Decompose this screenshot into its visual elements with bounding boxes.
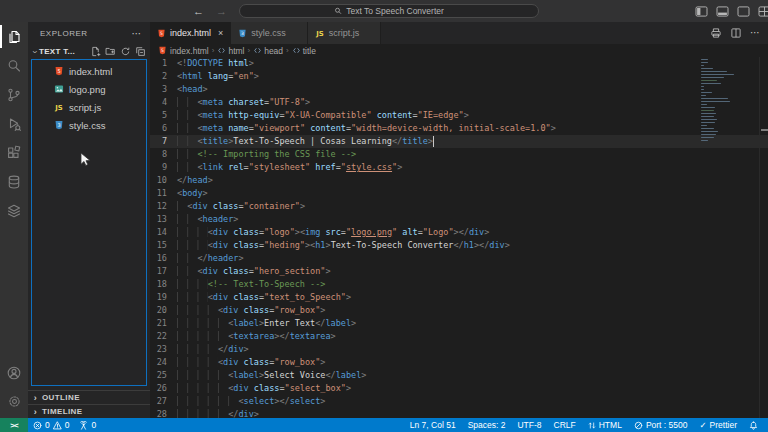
line-number[interactable]: 14 [150,226,177,239]
code-line[interactable]: 17 <div class="hero_section"> [150,265,768,278]
code-line[interactable]: 14 <div class="logo"><img src="logo.png"… [150,226,768,239]
code-line[interactable]: 20 <div class="row_box"> [150,304,768,317]
breadcrumb-title[interactable]: title [292,46,316,56]
code-line[interactable]: 7 <title>Text-To-Speech | Cosas Learning… [150,135,768,148]
code-line[interactable]: 9 <link rel="stylesheet" href="style.css… [150,161,768,174]
code-line[interactable]: 21 <label>Enter Text</label> [150,317,768,330]
refresh-icon[interactable] [120,46,131,57]
collapse-all-icon[interactable] [135,46,146,57]
settings-gear-icon[interactable] [0,387,28,416]
code-line[interactable]: 22 <textarea></textarea> [150,330,768,343]
code-line[interactable]: 8 <!-- Importing the CSS file --> [150,148,768,161]
code-line[interactable]: 27 <select></select> [150,395,768,408]
code-line[interactable]: 16 </header> [150,252,768,265]
tab-index-html[interactable]: 5 index.html × [150,22,231,44]
scrollbar[interactable] [759,57,768,418]
customize-layout-icon[interactable] [758,6,768,17]
layers-icon[interactable] [0,196,28,225]
code-line[interactable]: 13 <header> [150,213,768,226]
line-number[interactable]: 23 [150,343,177,356]
file-style-css[interactable]: 3 style.css [32,116,146,134]
line-number[interactable]: 20 [150,304,177,317]
explorer-icon[interactable] [0,22,28,51]
file-script-js[interactable]: JS script.js [32,98,146,116]
remote-indicator[interactable]: >< [0,418,28,432]
minimap[interactable] [701,59,757,143]
code-editor[interactable]: 1<!DOCTYPE html>2<html lang="en">3<head>… [150,57,768,418]
indentation[interactable]: Spaces: 2 [462,418,512,432]
line-number[interactable]: 4 [150,96,177,109]
line-number[interactable]: 21 [150,317,177,330]
back-icon[interactable]: ← [193,6,204,17]
code-line[interactable]: 1<!DOCTYPE html> [150,57,768,70]
tab-style-css[interactable]: 3 style.css [231,22,308,44]
line-number[interactable]: 5 [150,109,177,122]
code-line[interactable]: 4 <meta charset="UTF-8"> [150,96,768,109]
line-number[interactable]: 12 [150,200,177,213]
code-line[interactable]: 11<body> [150,187,768,200]
line-number[interactable]: 18 [150,278,177,291]
line-number[interactable]: 25 [150,369,177,382]
split-editor-icon[interactable] [730,27,742,39]
line-number[interactable]: 11 [150,187,177,200]
explorer-more-icon[interactable]: ⋯ [132,28,143,39]
language-mode[interactable]: HTML [582,418,628,432]
toggle-sidebar-icon[interactable] [695,6,708,17]
code-line[interactable]: 5 <meta http-equiv="X-UA-Compatible" con… [150,109,768,122]
folder-section-header[interactable]: › TEXT T... [28,44,150,59]
line-number[interactable]: 9 [150,161,177,174]
line-number[interactable]: 19 [150,291,177,304]
code-line[interactable]: 24 <div class="row_box"> [150,356,768,369]
line-number[interactable]: 16 [150,252,177,265]
line-number[interactable]: 27 [150,395,177,408]
print-icon[interactable] [710,27,722,39]
breadcrumb-html[interactable]: html [217,46,244,56]
extensions-icon[interactable] [0,138,28,167]
line-number[interactable]: 1 [150,57,177,70]
file-logo-png[interactable]: logo.png [32,80,146,98]
toggle-panel-icon[interactable] [716,6,729,17]
code-line[interactable]: 19 <div class="text_to_Speech"> [150,291,768,304]
formatter-indicator[interactable]: ✓ Prettier [693,418,743,432]
encoding[interactable]: UTF-8 [511,418,547,432]
run-debug-icon[interactable] [0,109,28,138]
line-number[interactable]: 8 [150,148,177,161]
tab-script-js[interactable]: JS script.js [308,22,382,44]
new-file-icon[interactable] [90,46,101,57]
new-folder-icon[interactable] [105,46,116,57]
outline-panel-header[interactable]: › OUTLINE [28,390,150,404]
code-line[interactable]: 3<head> [150,83,768,96]
timeline-panel-header[interactable]: › TIMELINE [28,404,150,418]
command-center-search[interactable]: Text To Speech Converter [239,4,539,18]
source-control-icon[interactable] [0,80,28,109]
breadcrumb-head[interactable]: head [253,46,283,56]
ports-indicator[interactable]: 0 [74,418,101,432]
cursor-position[interactable]: Ln 7, Col 51 [404,418,462,432]
toggle-secondary-sidebar-icon[interactable] [737,6,750,17]
problems-indicator[interactable]: 0 0 [28,418,74,432]
code-line[interactable]: 15 <div class="heding"><h1>Text-To-Speec… [150,239,768,252]
line-number[interactable]: 3 [150,83,177,96]
line-number[interactable]: 10 [150,174,177,187]
code-line[interactable]: 25 <label>Select Voice</label> [150,369,768,382]
code-line[interactable]: 26 <div class="select_box"> [150,382,768,395]
live-server-port[interactable]: Port : 5500 [628,418,694,432]
code-line[interactable]: 10</head> [150,174,768,187]
code-line[interactable]: 6 <meta name="viewport" content="width=d… [150,122,768,135]
notifications-bell[interactable] [743,418,764,432]
line-number[interactable]: 26 [150,382,177,395]
file-index-html[interactable]: 5 index.html [32,62,146,80]
breadcrumb-file[interactable]: index.html [170,46,209,56]
code-line[interactable]: 23 </div> [150,343,768,356]
code-line[interactable]: 12 <div class="container"> [150,200,768,213]
code-line[interactable]: 2<html lang="en"> [150,70,768,83]
line-number[interactable]: 15 [150,239,177,252]
line-number[interactable]: 17 [150,265,177,278]
code-line[interactable]: 18 <!-- Text-To-Speech --> [150,278,768,291]
database-icon[interactable] [0,167,28,196]
line-number[interactable]: 13 [150,213,177,226]
line-number[interactable]: 22 [150,330,177,343]
line-number[interactable]: 2 [150,70,177,83]
search-sidebar-icon[interactable] [0,51,28,80]
more-actions-icon[interactable]: ⋯ [750,28,760,38]
